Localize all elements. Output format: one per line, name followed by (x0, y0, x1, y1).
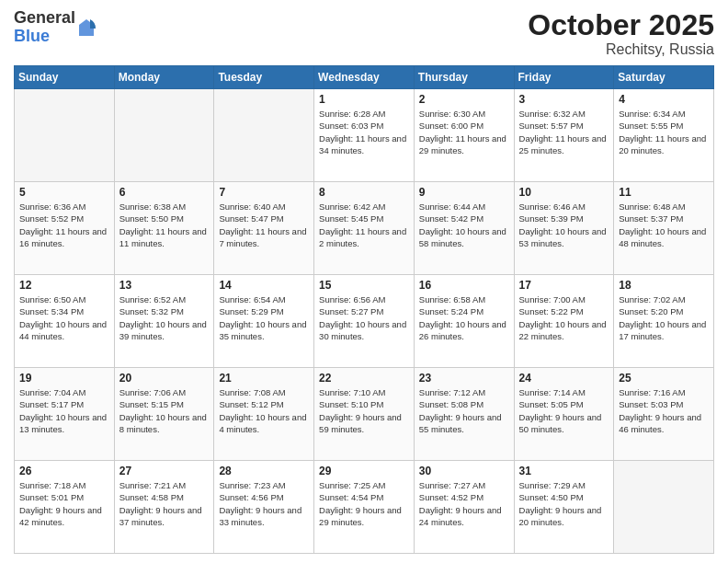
header: General Blue October 2025 Rechitsy, Russ… (14, 9, 714, 58)
day-info: Sunrise: 6:34 AM Sunset: 5:55 PM Dayligh… (619, 108, 709, 156)
logo-general: General (14, 8, 75, 27)
day-number: 4 (619, 93, 709, 106)
day-number: 12 (19, 279, 109, 292)
table-row: 31Sunrise: 7:29 AM Sunset: 4:50 PM Dayli… (514, 461, 614, 554)
calendar-week-row: 19Sunrise: 7:04 AM Sunset: 5:17 PM Dayli… (15, 368, 714, 461)
day-number: 13 (119, 279, 210, 292)
table-row: 20Sunrise: 7:06 AM Sunset: 5:15 PM Dayli… (114, 368, 214, 461)
table-row: 6Sunrise: 6:38 AM Sunset: 5:50 PM Daylig… (114, 182, 214, 275)
day-number: 6 (119, 186, 210, 199)
day-number: 27 (119, 465, 210, 477)
day-number: 28 (219, 465, 309, 477)
calendar-week-row: 1Sunrise: 6:28 AM Sunset: 6:03 PM Daylig… (15, 89, 714, 182)
table-row: 26Sunrise: 7:18 AM Sunset: 5:01 PM Dayli… (15, 461, 115, 554)
header-thursday: Thursday (414, 66, 514, 89)
day-number: 20 (119, 372, 210, 385)
day-number: 23 (419, 372, 509, 385)
table-row: 27Sunrise: 7:21 AM Sunset: 4:58 PM Dayli… (114, 461, 214, 554)
calendar-table: Sunday Monday Tuesday Wednesday Thursday… (14, 65, 714, 554)
day-info: Sunrise: 7:10 AM Sunset: 5:10 PM Dayligh… (319, 386, 409, 435)
table-row: 24Sunrise: 7:14 AM Sunset: 5:05 PM Dayli… (514, 368, 614, 461)
table-row: 2Sunrise: 6:30 AM Sunset: 6:00 PM Daylig… (414, 89, 514, 182)
table-row: 13Sunrise: 6:52 AM Sunset: 5:32 PM Dayli… (114, 275, 214, 368)
table-row: 22Sunrise: 7:10 AM Sunset: 5:10 PM Dayli… (314, 368, 415, 461)
day-info: Sunrise: 7:16 AM Sunset: 5:03 PM Dayligh… (619, 386, 709, 435)
table-row: 4Sunrise: 6:34 AM Sunset: 5:55 PM Daylig… (614, 89, 714, 182)
day-number: 16 (419, 279, 509, 292)
day-info: Sunrise: 7:27 AM Sunset: 4:52 PM Dayligh… (419, 479, 509, 528)
calendar-header-row: Sunday Monday Tuesday Wednesday Thursday… (15, 66, 714, 89)
calendar-week-row: 5Sunrise: 6:36 AM Sunset: 5:52 PM Daylig… (15, 182, 714, 275)
day-number: 31 (519, 465, 609, 477)
day-info: Sunrise: 7:04 AM Sunset: 5:17 PM Dayligh… (19, 386, 109, 435)
table-row: 28Sunrise: 7:23 AM Sunset: 4:56 PM Dayli… (214, 461, 314, 554)
header-sunday: Sunday (15, 66, 115, 89)
table-row: 9Sunrise: 6:44 AM Sunset: 5:42 PM Daylig… (414, 182, 514, 275)
table-row (214, 89, 314, 182)
table-row: 15Sunrise: 6:56 AM Sunset: 5:27 PM Dayli… (314, 275, 415, 368)
day-number: 29 (319, 465, 409, 477)
logo-blue: Blue (14, 27, 50, 45)
day-info: Sunrise: 6:36 AM Sunset: 5:52 PM Dayligh… (19, 201, 109, 249)
day-number: 18 (619, 279, 709, 292)
day-info: Sunrise: 6:44 AM Sunset: 5:42 PM Dayligh… (419, 201, 509, 249)
day-info: Sunrise: 6:32 AM Sunset: 5:57 PM Dayligh… (519, 108, 609, 156)
table-row: 17Sunrise: 7:00 AM Sunset: 5:22 PM Dayli… (514, 275, 614, 368)
day-number: 26 (19, 465, 109, 477)
table-row: 7Sunrise: 6:40 AM Sunset: 5:47 PM Daylig… (214, 182, 314, 275)
header-monday: Monday (114, 66, 214, 89)
day-number: 15 (319, 279, 409, 292)
day-info: Sunrise: 7:00 AM Sunset: 5:22 PM Dayligh… (519, 293, 609, 342)
logo-text: General Blue (14, 9, 75, 46)
page: General Blue October 2025 Rechitsy, Russ… (0, 0, 728, 563)
day-number: 19 (19, 372, 109, 385)
header-wednesday: Wednesday (314, 66, 415, 89)
day-number: 17 (519, 279, 609, 292)
day-info: Sunrise: 7:23 AM Sunset: 4:56 PM Dayligh… (219, 479, 309, 528)
day-info: Sunrise: 6:28 AM Sunset: 6:03 PM Dayligh… (319, 108, 409, 156)
table-row: 23Sunrise: 7:12 AM Sunset: 5:08 PM Dayli… (414, 368, 514, 461)
table-row: 1Sunrise: 6:28 AM Sunset: 6:03 PM Daylig… (314, 89, 415, 182)
title-location: Rechitsy, Russia (528, 41, 714, 58)
day-info: Sunrise: 6:46 AM Sunset: 5:39 PM Dayligh… (519, 201, 609, 249)
table-row: 14Sunrise: 6:54 AM Sunset: 5:29 PM Dayli… (214, 275, 314, 368)
table-row: 8Sunrise: 6:42 AM Sunset: 5:45 PM Daylig… (314, 182, 415, 275)
table-row: 18Sunrise: 7:02 AM Sunset: 5:20 PM Dayli… (614, 275, 714, 368)
day-info: Sunrise: 6:38 AM Sunset: 5:50 PM Dayligh… (119, 201, 210, 249)
day-info: Sunrise: 6:58 AM Sunset: 5:24 PM Dayligh… (419, 293, 509, 342)
day-info: Sunrise: 7:25 AM Sunset: 4:54 PM Dayligh… (319, 479, 409, 528)
table-row: 16Sunrise: 6:58 AM Sunset: 5:24 PM Dayli… (414, 275, 514, 368)
table-row: 19Sunrise: 7:04 AM Sunset: 5:17 PM Dayli… (15, 368, 115, 461)
calendar-week-row: 26Sunrise: 7:18 AM Sunset: 5:01 PM Dayli… (15, 461, 714, 554)
day-info: Sunrise: 7:06 AM Sunset: 5:15 PM Dayligh… (119, 386, 210, 435)
day-number: 14 (219, 279, 309, 292)
title-block: October 2025 Rechitsy, Russia (528, 9, 714, 58)
day-number: 11 (619, 186, 709, 199)
logo-icon (77, 17, 96, 38)
table-row: 25Sunrise: 7:16 AM Sunset: 5:03 PM Dayli… (614, 368, 714, 461)
header-tuesday: Tuesday (214, 66, 314, 89)
day-number: 21 (219, 372, 309, 385)
table-row (114, 89, 214, 182)
table-row: 5Sunrise: 6:36 AM Sunset: 5:52 PM Daylig… (15, 182, 115, 275)
table-row: 12Sunrise: 6:50 AM Sunset: 5:34 PM Dayli… (15, 275, 115, 368)
table-row (15, 89, 115, 182)
day-number: 30 (419, 465, 509, 477)
day-info: Sunrise: 6:48 AM Sunset: 5:37 PM Dayligh… (619, 201, 709, 249)
day-number: 25 (619, 372, 709, 385)
header-saturday: Saturday (614, 66, 714, 89)
table-row: 30Sunrise: 7:27 AM Sunset: 4:52 PM Dayli… (414, 461, 514, 554)
day-number: 9 (419, 186, 509, 199)
day-info: Sunrise: 7:18 AM Sunset: 5:01 PM Dayligh… (19, 479, 109, 528)
logo: General Blue (14, 9, 96, 46)
day-number: 2 (419, 93, 509, 106)
day-info: Sunrise: 6:30 AM Sunset: 6:00 PM Dayligh… (419, 108, 509, 156)
day-number: 3 (519, 93, 609, 106)
day-number: 22 (319, 372, 409, 385)
day-number: 24 (519, 372, 609, 385)
day-info: Sunrise: 6:52 AM Sunset: 5:32 PM Dayligh… (119, 293, 210, 342)
day-info: Sunrise: 7:14 AM Sunset: 5:05 PM Dayligh… (519, 386, 609, 435)
table-row: 11Sunrise: 6:48 AM Sunset: 5:37 PM Dayli… (614, 182, 714, 275)
table-row: 29Sunrise: 7:25 AM Sunset: 4:54 PM Dayli… (314, 461, 415, 554)
day-info: Sunrise: 7:02 AM Sunset: 5:20 PM Dayligh… (619, 293, 709, 342)
